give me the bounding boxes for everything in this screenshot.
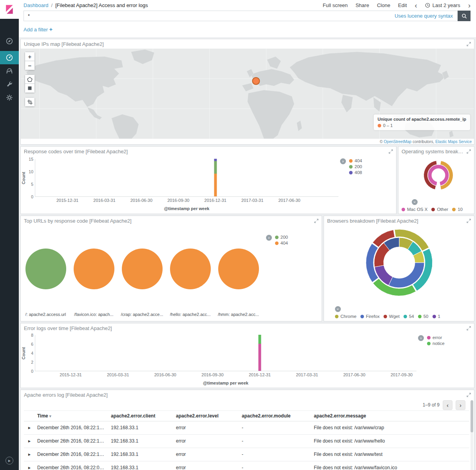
timelion-icon xyxy=(5,67,13,75)
legend-item-Wget[interactable]: Wget xyxy=(384,314,400,319)
table-scrollbar[interactable] xyxy=(471,400,473,470)
scrollbar-thumb[interactable] xyxy=(471,400,473,432)
plot-area[interactable]: 2015-12-312016-03-312016-06-302016-09-30… xyxy=(35,335,416,371)
legend-item-200[interactable]: 200 xyxy=(349,164,362,169)
legend-item-200[interactable]: 200 xyxy=(275,235,288,240)
add-filter-button[interactable]: Add a filter + xyxy=(24,27,52,33)
time-picker[interactable]: Last 2 years xyxy=(425,2,460,8)
legend-item-408[interactable]: 408 xyxy=(349,170,362,175)
legend-toggle-button[interactable]: › xyxy=(266,235,272,241)
clone-button[interactable]: Clone xyxy=(377,2,390,8)
draw-polygon-button[interactable] xyxy=(25,74,35,84)
legend-item-Mac OS X[interactable]: Mac OS X xyxy=(402,207,427,212)
full-screen-button[interactable]: Full screen xyxy=(323,2,348,8)
table-cell: - xyxy=(239,435,311,448)
collapse-nav-button[interactable]: ▶ xyxy=(5,457,13,465)
pie-chart[interactable] xyxy=(74,249,114,289)
sidebar-item-timelion[interactable] xyxy=(0,64,19,78)
legend-item-404[interactable]: 404 xyxy=(349,158,362,163)
openstreetmap-link[interactable]: OpenStreetMap xyxy=(384,140,412,144)
time-back-button[interactable]: ‹ xyxy=(415,2,417,9)
map-marker[interactable] xyxy=(252,78,259,85)
error-logs-chart: Count 02468 2015-12-312016-03-312016-06-… xyxy=(21,333,474,388)
zoom-in-button[interactable]: + xyxy=(25,52,35,61)
sidebar-item-discover[interactable] xyxy=(0,34,19,48)
legend-toggle-button[interactable]: › xyxy=(418,335,424,341)
expand-panel-icon[interactable] xyxy=(314,219,319,223)
y-axis: 02468 xyxy=(25,333,33,388)
zoom-out-button[interactable]: − xyxy=(25,61,35,70)
row-expand-icon[interactable]: ▶ xyxy=(24,448,35,461)
bar-segment-error[interactable] xyxy=(259,344,261,371)
search-input[interactable] xyxy=(24,13,395,19)
breadcrumb-dashboard-link[interactable]: Dashboard xyxy=(24,2,49,8)
pie-chart[interactable] xyxy=(25,249,66,289)
sidebar-item-dashboard[interactable] xyxy=(0,51,19,64)
elastic-maps-service-link[interactable]: Elastic Maps Service xyxy=(435,140,472,144)
x-axis-tick: 2016-12-31 xyxy=(205,198,226,203)
sidebar-item-management[interactable] xyxy=(0,91,19,104)
legend-toggle-button[interactable]: › xyxy=(412,199,418,205)
expand-panel-icon[interactable] xyxy=(467,149,471,154)
table-cell: error xyxy=(174,435,239,448)
pie-chart[interactable] xyxy=(170,249,211,289)
expand-panel-icon[interactable] xyxy=(389,149,393,154)
page-title: [Filebeat Apache2] Access and error logs xyxy=(55,2,148,8)
stacked-bar-2016-12-31[interactable] xyxy=(259,335,261,371)
fit-bounds-button[interactable] xyxy=(25,97,35,107)
column-header-Time[interactable]: Time▾ xyxy=(35,411,109,421)
plot-area[interactable]: 2015-12-312016-03-312016-06-302016-09-30… xyxy=(35,159,338,197)
edit-button[interactable]: Edit xyxy=(398,2,407,8)
bar-segment-200[interactable] xyxy=(214,161,217,174)
expand-panel-icon[interactable] xyxy=(467,42,471,46)
pie-chart[interactable] xyxy=(122,249,163,289)
row-expand-icon[interactable]: ▶ xyxy=(24,435,35,448)
legend-item-10[interactable]: 10 xyxy=(452,207,463,212)
legend-item-Firefox[interactable]: Firefox xyxy=(360,314,380,319)
legend-toggle-button[interactable]: › xyxy=(340,158,346,164)
legend-item-Other[interactable]: Other xyxy=(431,207,448,212)
panel-title: Response codes over time [Filebeat Apach… xyxy=(24,149,386,154)
legend-dot xyxy=(335,315,338,318)
table-header-row: Time▾apache2.error.clientapache2.error.l… xyxy=(24,411,469,421)
time-forward-button[interactable]: › xyxy=(468,2,471,9)
search-button[interactable] xyxy=(458,11,471,21)
lucene-syntax-link[interactable]: Uses lucene query syntax xyxy=(395,13,453,19)
plus-icon: + xyxy=(49,26,52,33)
next-page-button[interactable]: › xyxy=(456,400,465,410)
sidebar-item-dev-tools[interactable] xyxy=(0,78,19,91)
x-axis-tick: 2017-09-30 xyxy=(391,372,413,377)
legend-item-54[interactable]: 54 xyxy=(404,314,414,319)
stacked-bar-2016-12-31[interactable] xyxy=(214,159,217,196)
kibana-logo[interactable] xyxy=(0,0,19,19)
row-expand-icon[interactable]: ▶ xyxy=(24,461,35,470)
legend-toggle-button[interactable]: › xyxy=(335,306,341,312)
expand-panel-icon[interactable] xyxy=(467,393,471,397)
prev-page-button[interactable]: ‹ xyxy=(443,400,452,410)
legend-item-1[interactable]: 1 xyxy=(433,314,440,319)
legend-item-error[interactable]: error xyxy=(427,335,445,340)
pie-chart[interactable] xyxy=(218,249,259,289)
search-icon xyxy=(462,13,467,19)
expand-panel-icon[interactable] xyxy=(467,219,471,223)
donut-chart xyxy=(364,227,434,298)
legend-item-notice[interactable]: notice xyxy=(427,341,445,346)
legend-item-50[interactable]: 50 xyxy=(418,314,429,319)
world-map[interactable]: + − xyxy=(21,49,474,139)
map-legend: Unique count of apache2.access.remote_ip… xyxy=(374,114,470,130)
legend-item-404[interactable]: 404 xyxy=(275,241,288,245)
bar-segment-404[interactable] xyxy=(214,174,217,196)
table-cell: December 26th 2016, 08:22:13.000 xyxy=(35,435,109,448)
panel-response-codes: Response codes over time [Filebeat Apach… xyxy=(20,146,396,214)
donut-chart xyxy=(420,157,456,193)
time-range-label: Last 2 years xyxy=(433,2,460,8)
donut-slice-Mac OS X[interactable] xyxy=(428,165,449,186)
legend-dot xyxy=(404,315,407,318)
bar-segment-notice[interactable] xyxy=(259,335,261,344)
expand-panel-icon[interactable] xyxy=(467,326,471,330)
legend-item-Chrome[interactable]: Chrome xyxy=(335,314,357,319)
row-expand-icon[interactable]: ▶ xyxy=(24,421,35,435)
pie-item: /favicon.ico: apach... xyxy=(70,249,118,317)
draw-rectangle-button[interactable] xyxy=(25,83,35,93)
share-button[interactable]: Share xyxy=(355,2,369,8)
